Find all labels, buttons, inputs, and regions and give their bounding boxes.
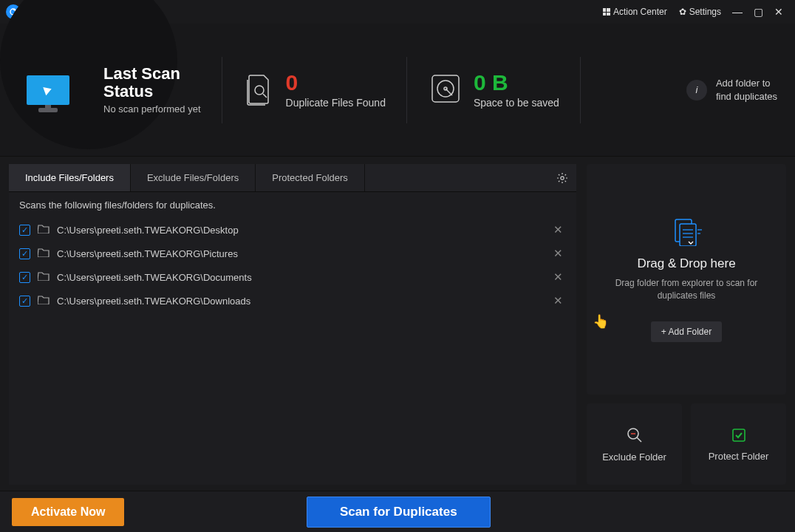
space-stat: 0 B Space to be saved (428, 71, 559, 109)
row-checkbox[interactable] (19, 272, 30, 283)
gear-icon (556, 172, 568, 184)
protect-folder-label: Protect Folder (709, 451, 769, 462)
row-remove-button[interactable]: ✕ (550, 294, 566, 307)
svg-line-14 (637, 437, 641, 442)
footer: Activate Now Scan for Duplicates (0, 491, 795, 532)
exclude-folder-card[interactable]: Exclude Folder (587, 403, 682, 485)
shield-check-icon (731, 427, 747, 443)
list-item: C:\Users\preeti.seth.TWEAKORG\Desktop ✕ (9, 218, 576, 242)
list-item: C:\Users\preeti.seth.TWEAKORG\Documents … (9, 265, 576, 289)
row-checkbox[interactable] (19, 296, 30, 307)
last-scan-title: Last ScanStatus (103, 65, 201, 100)
list-description: Scans the following files/folders for du… (9, 192, 576, 218)
exclude-folder-label: Exclude Folder (602, 451, 666, 463)
document-search-icon (243, 71, 276, 109)
header: Last ScanStatus No scan performed yet 0 … (0, 24, 795, 157)
hdd-icon (428, 71, 463, 109)
folder-icon (38, 248, 50, 259)
action-center-label: Action Center (613, 7, 667, 17)
monitor-icon (27, 75, 69, 105)
drop-title: Drag & Drop here (637, 256, 735, 271)
list-item: C:\Users\preeti.seth.TWEAKORG\Downloads … (9, 289, 576, 313)
grid-icon (603, 8, 610, 16)
documents-icon (669, 216, 703, 246)
tab-include[interactable]: Include Files/Folders (9, 164, 131, 191)
gear-icon: ✿ (679, 7, 686, 17)
duplicate-count-label: Duplicate Files Found (286, 97, 386, 109)
row-remove-button[interactable]: ✕ (550, 247, 566, 260)
search-minus-icon (626, 426, 644, 444)
svg-rect-7 (680, 224, 696, 246)
tab-protected[interactable]: Protected Folders (256, 164, 365, 191)
duplicate-count-stat: 0 Duplicate Files Found (243, 71, 386, 109)
duplicate-count-value: 0 (286, 72, 386, 94)
drop-zone[interactable]: Drag & Drop here Drag folder from explor… (587, 164, 786, 395)
scan-button[interactable]: Scan for Duplicates (307, 497, 491, 528)
space-label: Space to be saved (474, 97, 559, 109)
svg-point-5 (561, 176, 564, 179)
action-center-button[interactable]: Action Center (603, 7, 667, 17)
row-path: C:\Users\preeti.seth.TWEAKORG\Desktop (57, 225, 550, 236)
svg-point-1 (255, 86, 264, 95)
add-folder-button[interactable]: + Add Folder (651, 321, 722, 342)
settings-label: Settings (689, 7, 721, 17)
activate-button[interactable]: Activate Now (12, 498, 124, 526)
svg-rect-16 (733, 429, 745, 441)
row-checkbox[interactable] (19, 248, 30, 259)
tabs: Include Files/Folders Exclude Files/Fold… (9, 164, 576, 192)
row-path: C:\Users\preeti.seth.TWEAKORG\Documents (57, 272, 550, 283)
minimize-button[interactable]: — (727, 6, 748, 18)
row-checkbox[interactable] (19, 225, 30, 236)
tab-settings-button[interactable] (548, 164, 576, 191)
folder-icon (38, 295, 50, 307)
list-item: C:\Users\preeti.seth.TWEAKORG\Pictures ✕ (9, 242, 576, 265)
folder-icon (38, 271, 50, 283)
folder-list: C:\Users\preeti.seth.TWEAKORG\Desktop ✕ … (9, 218, 576, 485)
settings-button[interactable]: ✿ Settings (679, 7, 721, 17)
tab-exclude[interactable]: Exclude Files/Folders (131, 164, 256, 191)
row-remove-button[interactable]: ✕ (550, 270, 566, 284)
maximize-button[interactable]: ▢ (748, 6, 768, 18)
close-button[interactable]: ✕ (768, 6, 789, 18)
space-value: 0 B (474, 72, 559, 94)
protect-folder-card[interactable]: Protect Folder (691, 403, 786, 485)
last-scan-sub: No scan performed yet (103, 103, 201, 115)
add-folder-cta[interactable]: i Add folder tofind duplicates (686, 77, 777, 103)
row-remove-button[interactable]: ✕ (550, 223, 566, 236)
drop-sub: Drag folder from explorer to scan for du… (601, 277, 771, 302)
add-folder-cta-text: Add folder tofind duplicates (716, 77, 777, 103)
info-icon: i (686, 80, 707, 100)
folder-icon (38, 224, 50, 236)
row-path: C:\Users\preeti.seth.TWEAKORG\Pictures (57, 248, 550, 259)
row-path: C:\Users\preeti.seth.TWEAKORG\Downloads (57, 296, 550, 307)
